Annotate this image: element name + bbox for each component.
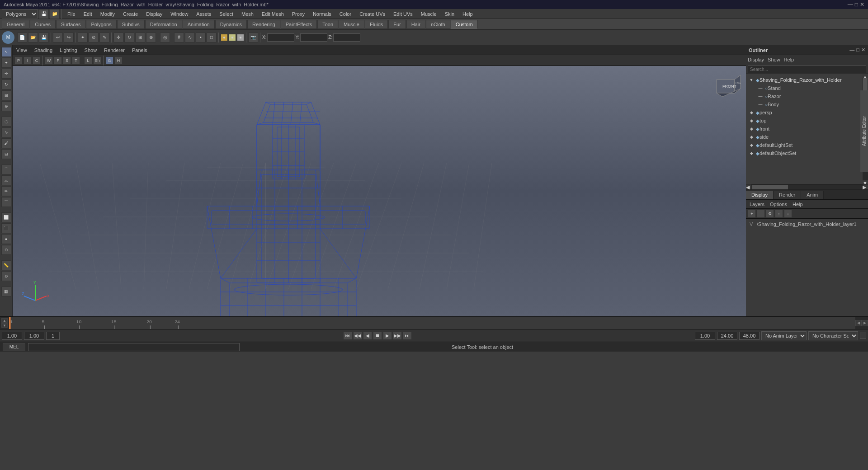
tab-rendering[interactable]: Rendering <box>247 20 280 29</box>
timeline-down-btn[interactable]: ▼ <box>1 323 8 328</box>
panels-menu[interactable]: Panels <box>132 47 147 53</box>
outliner-minimize[interactable]: — <box>849 47 854 53</box>
layer-down-btn[interactable]: ↓ <box>784 210 792 218</box>
prev-frame-btn[interactable]: ◀ <box>363 332 372 340</box>
vp-cam-btn[interactable]: C <box>33 56 41 65</box>
lighting-menu[interactable]: Lighting <box>60 47 77 53</box>
layer-options-btn[interactable]: ⚙ <box>766 210 774 218</box>
new-layer-btn[interactable]: + <box>748 210 756 218</box>
tree-item-defaultlightset[interactable]: ◆ ◆ defaultLightSet <box>746 141 863 149</box>
snap-curve-btn[interactable]: ∿ <box>185 33 195 42</box>
select-tool-btn[interactable]: ↖ <box>1 47 11 57</box>
tab-render[interactable]: Render <box>774 191 801 199</box>
vp-texture-btn[interactable]: T <box>72 56 80 65</box>
snap-view-btn[interactable]: □ <box>207 33 217 42</box>
h-scroll-thumb[interactable] <box>752 185 788 189</box>
viewport-canvas[interactable]: FRONT RIGHT X Y Z <box>13 66 746 316</box>
soft-sel-btn[interactable]: ◎ <box>160 33 170 42</box>
menu-mesh[interactable]: Mesh <box>238 10 257 18</box>
tab-painteffects[interactable]: PaintEffects <box>281 20 317 29</box>
undo-btn[interactable]: ↩ <box>53 33 63 42</box>
light-btn1[interactable]: ● <box>221 34 228 41</box>
tree-item-stand[interactable]: — ○ Stand <box>746 84 863 92</box>
menu-file[interactable]: File <box>64 10 79 18</box>
paint-select-btn[interactable]: ✦ <box>1 58 11 68</box>
vp-iso-btn[interactable]: I <box>24 56 32 65</box>
tab-fluids[interactable]: Fluids <box>365 20 388 29</box>
vp-wire-btn[interactable]: W <box>45 56 53 65</box>
menu-assets[interactable]: Assets <box>193 10 215 18</box>
tab-anim[interactable]: Anim <box>801 191 824 199</box>
tree-item-body[interactable]: — ○ Body <box>746 100 863 108</box>
step-fwd-btn[interactable]: ▶▶ <box>393 332 402 340</box>
scroll-right-btn[interactable]: ▶ <box>863 184 868 189</box>
tree-item-front[interactable]: ◆ ◆ front <box>746 125 863 133</box>
y-field[interactable] <box>300 33 327 42</box>
move-btn[interactable]: ✛ <box>113 33 123 42</box>
tab-custom[interactable]: Custom <box>451 20 478 29</box>
tree-item-side[interactable]: ◆ ◆ side <box>746 133 863 141</box>
tab-deformation[interactable]: Deformation <box>145 20 182 29</box>
maximize-btn[interactable]: □ <box>855 1 858 8</box>
view-cube[interactable]: FRONT RIGHT <box>710 70 741 102</box>
tab-fur[interactable]: Fur <box>388 20 406 29</box>
x-field[interactable] <box>267 33 294 42</box>
param-btn[interactable]: ⊘ <box>1 271 11 281</box>
scroll-left-btn[interactable]: ◀ <box>746 184 751 189</box>
tab-curves[interactable]: Curves <box>30 20 56 29</box>
poly-cyl-btn[interactable]: ⊙ <box>1 245 11 255</box>
menu-display[interactable]: Display <box>142 10 166 18</box>
tab-polygons[interactable]: Polygons <box>86 20 116 29</box>
tab-subdivs[interactable]: Subdivs <box>117 20 145 29</box>
timeline-left-scroll[interactable]: ◀ <box>855 320 862 326</box>
layers-menu[interactable]: Layers <box>750 202 764 207</box>
options-menu[interactable]: Options <box>770 202 787 207</box>
show-manip-btn[interactable]: ⊕ <box>1 101 11 111</box>
light-btn2[interactable]: ● <box>229 34 236 41</box>
vp-perspective-btn[interactable]: P <box>14 56 23 65</box>
tab-hair[interactable]: Hair <box>406 20 425 29</box>
open-btn[interactable]: 📁 <box>50 9 60 19</box>
char-set-dropdown[interactable]: No Character Set <box>808 331 858 340</box>
sculpt-btn[interactable]: ∿ <box>1 127 11 137</box>
poly-sphere-btn[interactable]: ● <box>1 234 11 244</box>
scale-btn[interactable]: ⊞ <box>135 33 145 42</box>
show-menu[interactable]: Show <box>85 47 97 53</box>
vp-hud-btn[interactable]: H <box>114 56 123 65</box>
vp-smooth-btn[interactable]: S <box>63 56 71 65</box>
scroll-down-btn[interactable]: ▼ <box>863 180 868 184</box>
outliner-help-menu[interactable]: Help <box>784 57 794 62</box>
menu-muscle[interactable]: Muscle <box>417 10 440 18</box>
vp-light-btn[interactable]: L <box>84 56 92 65</box>
tab-toon[interactable]: Toon <box>317 20 338 29</box>
del-layer-btn[interactable]: - <box>757 210 765 218</box>
fps-field[interactable] <box>739 332 760 340</box>
poly-cube-btn[interactable]: ⬛ <box>1 223 11 233</box>
stop-btn[interactable]: ⏹ <box>373 332 382 340</box>
menu-window[interactable]: Window <box>167 10 192 18</box>
curve-tool-btn[interactable]: ⌒ <box>1 164 11 174</box>
outliner-close[interactable]: ✕ <box>861 47 865 53</box>
new-scene-btn[interactable]: 📄 <box>17 33 27 42</box>
open-file-btn[interactable]: 📂 <box>28 33 38 42</box>
attribute-editor-tab[interactable]: Attribute Editor <box>860 90 868 172</box>
snap-grid-btn[interactable]: # <box>174 33 184 42</box>
outliner-window-controls[interactable]: — □ ✕ <box>849 47 865 53</box>
outliner-display-menu[interactable]: Display <box>748 57 764 62</box>
tree-item-root[interactable]: ▼ ◆ Shaving_Folding_Razor_with_Holder <box>746 76 863 84</box>
mode-dropdown[interactable]: Polygons Surfaces Dynamics Rendering Ani… <box>2 9 38 19</box>
arc-btn[interactable]: ⌒ <box>1 197 11 207</box>
lasso-tool-btn[interactable]: ◌ <box>1 117 11 127</box>
window-controls[interactable]: — □ ✕ <box>848 1 864 8</box>
vp-shadow-btn[interactable]: Sh <box>93 56 101 65</box>
menu-edit-uvs[interactable]: Edit UVs <box>390 10 416 18</box>
tab-animation[interactable]: Animation <box>183 20 215 29</box>
range-start-field2[interactable] <box>24 332 44 340</box>
menu-edit-mesh[interactable]: Edit Mesh <box>258 10 288 18</box>
camera-btn[interactable]: 📷 <box>248 33 258 42</box>
menu-proxy[interactable]: Proxy <box>288 10 308 18</box>
range-marker-field[interactable] <box>46 332 60 340</box>
play-fwd-btn[interactable]: ▶ <box>383 332 392 340</box>
command-input[interactable] <box>28 343 240 351</box>
range-start-field[interactable] <box>2 332 22 340</box>
